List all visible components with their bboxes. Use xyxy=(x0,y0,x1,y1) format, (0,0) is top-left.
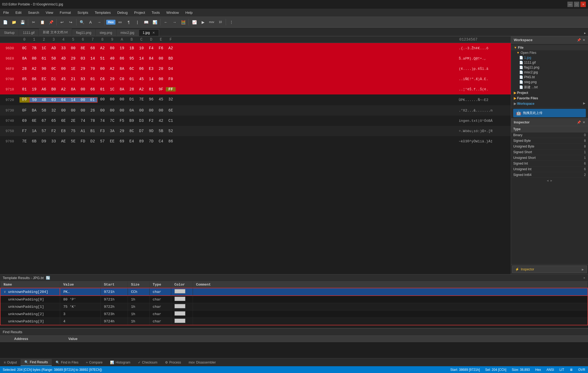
cell-96f0-d[interactable]: E3 xyxy=(146,67,156,71)
cell-9700-f[interactable]: F0 xyxy=(166,77,176,81)
cell-9740-2[interactable]: 67 xyxy=(39,119,49,123)
cell-9700-b[interactable]: 01 xyxy=(127,77,137,81)
file-item-1jpg[interactable]: 📄 1.jpg xyxy=(511,55,588,60)
cell-96e0-1[interactable]: 00 xyxy=(29,56,39,61)
minimize-btn[interactable]: — xyxy=(567,2,573,7)
cell-9700-3[interactable]: D1 xyxy=(49,77,59,81)
file-item-1111gif[interactable]: 📄 1111.gif xyxy=(511,60,588,65)
cell-9760-4[interactable]: AE xyxy=(59,139,68,143)
cell-9760-5[interactable]: 5E xyxy=(68,139,78,143)
cell-96d0-7[interactable]: 68 xyxy=(88,46,98,50)
cell-9710-7[interactable]: 66 xyxy=(88,87,98,91)
cell-96e0-b[interactable]: 95 xyxy=(127,56,137,61)
cell-96f0-2[interactable]: 90 xyxy=(39,67,49,71)
cell-9750-0[interactable]: F7 xyxy=(20,129,29,133)
cell-9740-3[interactable]: 65 xyxy=(49,119,59,123)
cell-96f0-6[interactable]: 29 xyxy=(78,67,88,71)
cell-9760-1[interactable]: 6B xyxy=(29,139,39,143)
maximize-btn[interactable]: □ xyxy=(574,2,579,7)
menu-window[interactable]: Window xyxy=(163,9,182,16)
cell-9730-f[interactable]: 6E xyxy=(166,108,176,113)
tb-new[interactable]: 📄 xyxy=(1,18,9,26)
cell-9700-7[interactable]: 01 xyxy=(88,77,98,81)
cell-9700-0[interactable]: 05 xyxy=(20,77,29,81)
cell-9730-b[interactable]: 0A xyxy=(127,108,137,113)
cell-9700-d[interactable]: 14 xyxy=(146,77,156,81)
cell-9760-f[interactable]: 86 xyxy=(166,139,176,143)
inspector-bottom-tab[interactable]: ⚡ Inspector ▶ xyxy=(512,266,587,273)
cell-9700-9[interactable]: 29 xyxy=(107,77,117,81)
cell-9760-e[interactable]: C4 xyxy=(156,139,166,143)
tab-steg[interactable]: steg.png xyxy=(96,29,116,36)
hex-row-96d0[interactable]: 96D0 0C 7B 1C AD 33 00 8E 68 A2 80 19 1B… xyxy=(0,43,511,53)
tb-mov[interactable]: mov xyxy=(208,18,216,26)
cell-9730-6[interactable]: 00 xyxy=(78,108,88,113)
cell-9760-c[interactable]: 89 xyxy=(137,139,146,143)
cell-9750-1[interactable]: 1A xyxy=(29,129,39,133)
tab-1jpg[interactable]: 1.jpg ✕ xyxy=(139,29,159,36)
cell-9730-4[interactable]: 00 xyxy=(59,108,68,113)
tb-hist[interactable]: 📈 xyxy=(190,18,198,26)
tmpl-row-1[interactable]: unknownPadding[0] 80 'P' 9721h 1h char xyxy=(0,296,588,303)
tb-calc[interactable]: 🧮 xyxy=(179,18,187,26)
workspace-close-icon[interactable]: ✕ xyxy=(583,38,585,42)
tb-arrow2[interactable]: → xyxy=(170,18,179,26)
cell-96d0-5[interactable]: 00 xyxy=(68,46,78,50)
cell-9750-d[interactable]: 9D xyxy=(146,129,156,133)
tb-redo[interactable]: ↪ xyxy=(67,18,75,26)
tb-copy[interactable]: 📋 xyxy=(38,18,46,26)
cell-9720-1[interactable]: 50 xyxy=(29,97,39,103)
cell-96e0-6[interactable]: 03 xyxy=(78,56,88,61)
cell-9740-0[interactable]: 69 xyxy=(20,119,29,123)
hex-row-96f0[interactable]: 96F0 28 A2 90 0C 00 1E 29 70 00 A2 8A 6C… xyxy=(0,64,511,74)
file-item-flag11[interactable]: 📄 flag11.png xyxy=(511,65,588,70)
cell-9730-c[interactable]: 00 xyxy=(137,108,146,113)
cell-9730-9[interactable]: 00 xyxy=(107,108,117,113)
cell-9760-3[interactable]: 33 xyxy=(49,139,59,143)
tab-flag11[interactable]: flag11.png xyxy=(72,29,95,36)
cell-9750-9[interactable]: 3A xyxy=(107,129,117,133)
cell-9710-e[interactable]: 9F xyxy=(156,87,166,91)
cell-96e0-7[interactable]: 14 xyxy=(88,56,98,61)
cell-96e0-2[interactable]: 61 xyxy=(39,56,49,61)
cell-96f0-f[interactable]: D4 xyxy=(166,67,176,71)
tmpl-row-0[interactable]: ∨ unknownPadding[204] PK… 9721h CCh char xyxy=(0,288,588,296)
cell-9730-a[interactable]: 00 xyxy=(117,108,127,113)
cell-9700-8[interactable]: C6 xyxy=(98,77,107,81)
tab-newtext[interactable]: 新建 文本文档.txt xyxy=(39,28,72,36)
cell-9700-4[interactable]: 45 xyxy=(59,77,68,81)
inspector-pin-icon[interactable]: 📌 xyxy=(577,120,581,124)
cell-9730-8[interactable]: 00 xyxy=(98,108,107,113)
cell-9720-a[interactable]: 00 xyxy=(117,97,127,103)
cell-96d0-f[interactable]: A2 xyxy=(166,46,176,50)
cell-9720-b[interactable]: D1 xyxy=(127,97,137,103)
tab-checksum[interactable]: ✓ Checksum xyxy=(134,359,161,366)
tab-process[interactable]: ⚙ Process xyxy=(161,359,185,366)
cell-96d0-8[interactable]: A2 xyxy=(98,46,107,50)
cell-9760-6[interactable]: FD xyxy=(78,139,88,143)
tb-goto[interactable]: A xyxy=(86,18,95,26)
cell-9740-b[interactable]: B9 xyxy=(127,119,137,123)
cell-96f0-4[interactable]: 00 xyxy=(59,67,68,71)
tb-script[interactable]: ▶ xyxy=(199,18,207,26)
cell-9740-1[interactable]: 6E xyxy=(29,119,39,123)
cell-96d0-a[interactable]: 19 xyxy=(117,46,127,50)
cell-96d0-b[interactable]: 1B xyxy=(127,46,137,50)
cell-9730-1[interactable]: BA xyxy=(29,108,39,113)
cell-9730-d[interactable]: 00 xyxy=(146,108,156,113)
cell-9720-4[interactable]: 04 xyxy=(59,97,68,103)
cell-9710-6[interactable]: 00 xyxy=(78,87,88,91)
cell-9740-6[interactable]: 74 xyxy=(78,119,88,123)
cell-9720-5[interactable]: 14 xyxy=(68,97,78,103)
hex-row-9730[interactable]: 9730 0F BA 58 32 00 00 00 26 00 00 00 0A… xyxy=(0,105,511,116)
tb-cut[interactable]: ✂ xyxy=(30,18,38,26)
hex-rows[interactable]: 96D0 0C 7B 1C AD 33 00 8E 68 A2 80 19 1B… xyxy=(0,43,511,274)
cell-96f0-9[interactable]: A2 xyxy=(107,67,117,71)
cell-9760-8[interactable]: 57 xyxy=(98,139,107,143)
cell-96d0-3[interactable]: AD xyxy=(49,46,59,50)
expand-arrow-0[interactable]: ∨ xyxy=(4,290,8,294)
cell-9760-a[interactable]: 69 xyxy=(117,139,127,143)
cell-96e0-5[interactable]: 29 xyxy=(68,56,78,61)
file-item-steg[interactable]: 📄 steg.png xyxy=(511,80,588,84)
menu-templates[interactable]: Templates xyxy=(91,9,114,16)
